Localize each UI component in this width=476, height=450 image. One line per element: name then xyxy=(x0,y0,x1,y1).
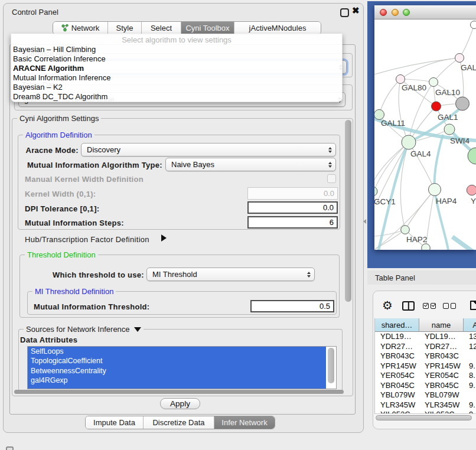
settings-vertical-scrollbar-thumb[interactable] xyxy=(345,120,351,302)
data-attribute-item[interactable]: TopologicalCoefficient xyxy=(28,356,326,366)
mi-type-combobox[interactable]: Naive Bayes xyxy=(165,158,336,171)
tab-impute-data[interactable]: Impute Data xyxy=(86,416,144,429)
data-attribute-item[interactable]: SelfLoops xyxy=(28,347,326,356)
network-edge[interactable] xyxy=(374,58,459,74)
hub-expand-arrow-icon[interactable] xyxy=(161,234,167,242)
table-row[interactable]: YER054CYER054C8. xyxy=(375,371,476,381)
network-node-swi4[interactable] xyxy=(444,124,455,135)
network-node[interactable] xyxy=(422,244,431,250)
control-panel-window: Control Panel ✖ Network Style Select Cyn… xyxy=(3,3,364,433)
mi-threshold-field[interactable]: 0.5 xyxy=(250,300,334,312)
sources-group-title: Sources for Network Inference xyxy=(24,325,144,334)
table-panel-title: Table Panel xyxy=(375,273,415,282)
manual-kernel-label: Manual Kernel Width Definition xyxy=(25,175,144,184)
data-attribute-item[interactable]: gal4RGexp xyxy=(28,376,326,385)
control-panel-tabs: Network Style Select Cyni Toolbox jActiv… xyxy=(53,21,321,35)
network-node[interactable] xyxy=(471,21,476,29)
table-row[interactable]: YDR27…YDR27…12 xyxy=(375,342,476,352)
tab-infer-network[interactable]: Infer Network xyxy=(214,416,275,429)
popup-item[interactable]: Bayesian – Hill Climbing xyxy=(13,45,96,54)
tab-network[interactable]: Network xyxy=(53,22,108,34)
mi-threshold-definition-title: MI Threshold Definition xyxy=(32,287,116,296)
kernel-width-field[interactable]: 0.0 xyxy=(247,187,338,200)
settings-horizontal-scrollbar-thumb[interactable] xyxy=(14,390,344,394)
tab-cyni-toolbox[interactable]: Cyni Toolbox xyxy=(181,22,234,34)
popup-item[interactable]: ARACNE Algorithm xyxy=(13,64,84,73)
columns-icon[interactable] xyxy=(402,301,415,311)
network-node-gal10[interactable] xyxy=(429,78,438,87)
popup-item[interactable]: Basic Correlation Inference xyxy=(13,54,106,63)
splitpane-collapse-arrow-icon[interactable] xyxy=(363,219,366,224)
float-icon[interactable] xyxy=(340,8,349,17)
network-edge-highlighted[interactable] xyxy=(452,237,476,250)
network-node-gal80[interactable] xyxy=(396,75,405,84)
network-edge[interactable] xyxy=(379,79,400,115)
mi-steps-field[interactable]: 6 xyxy=(247,216,338,229)
tab-jactivemnodules[interactable]: jActiveMNodules xyxy=(234,22,321,34)
table-row[interactable]: YLR345WYLR345W9. xyxy=(375,400,476,410)
popup-item[interactable]: Mutual Information Inference xyxy=(13,73,110,82)
network-node-label: SWI4 xyxy=(450,136,470,145)
network-node-label: GAL xyxy=(461,63,476,72)
close-icon[interactable]: ✖ xyxy=(352,5,360,16)
network-node[interactable] xyxy=(456,97,470,110)
data-attribute-item[interactable]: BetweennessCentrality xyxy=(28,366,326,376)
aracne-mode-combobox[interactable]: Discovery xyxy=(81,143,336,156)
network-node-gcy1[interactable] xyxy=(374,187,377,196)
data-attributes-list[interactable]: SelfLoopsTopologicalCoefficientBetweenne… xyxy=(27,346,337,389)
tab-style[interactable]: Style xyxy=(108,22,142,34)
network-node-gal[interactable] xyxy=(455,54,464,63)
list-scrollbar-thumb[interactable] xyxy=(328,348,334,383)
select-all-icon[interactable] xyxy=(423,303,436,309)
network-node-hap4[interactable] xyxy=(429,184,441,196)
deselect-all-icon[interactable] xyxy=(443,303,456,309)
cyni-bottom-tabs: Impute Data Discretize Data Infer Networ… xyxy=(85,416,275,429)
network-node-gal4[interactable] xyxy=(402,135,416,149)
dpi-tolerance-field[interactable]: 0.0 xyxy=(247,201,338,214)
algorithm-dropdown-popup: Select algorithm to view settings Bayesi… xyxy=(11,34,343,102)
table-cell: 12 xyxy=(464,342,476,352)
combo-arrows-icon xyxy=(328,162,332,168)
table-row[interactable]: YBL079WYBL079W xyxy=(375,390,476,400)
table-row[interactable]: YDL19…YDL19…13 xyxy=(375,332,476,342)
which-threshold-label: Which threshold to use: xyxy=(53,270,144,279)
hub-section-label[interactable]: Hub/Transcription Factor Definition xyxy=(25,235,149,244)
network-node-hap2[interactable] xyxy=(401,226,410,234)
zoom-button[interactable] xyxy=(403,9,410,16)
table-horizontal-scrollbar-thumb[interactable] xyxy=(376,415,472,420)
sources-collapse-arrow-icon[interactable] xyxy=(134,327,141,332)
network-edge[interactable] xyxy=(374,142,409,191)
network-edge[interactable] xyxy=(400,58,459,79)
table-horizontal-scrollbar[interactable] xyxy=(374,413,476,420)
table-cell: YBR043C xyxy=(419,351,464,361)
network-canvas[interactable]: GALGAL80GAL10GAL1SWI4GAL11GAL4GCY1HAP4YH… xyxy=(374,19,476,250)
manual-kernel-checkbox[interactable] xyxy=(327,174,336,183)
gear-icon[interactable]: ⚙ xyxy=(382,298,393,312)
network-view-window: GALGAL80GAL10GAL1SWI4GAL11GAL4GCY1HAP4YH… xyxy=(374,5,476,250)
settings-scroll-viewport: Algorithm Definition Aracne Mode: Discov… xyxy=(12,119,345,390)
network-node-y[interactable] xyxy=(467,185,476,195)
table-row[interactable]: YPR145WYPR145W9. xyxy=(375,361,476,371)
table-row[interactable]: YBR043CYBR043C xyxy=(375,351,476,361)
network-node-gal1[interactable] xyxy=(432,102,441,111)
tab-discretize-data[interactable]: Discretize Data xyxy=(144,416,214,429)
minimized-panel-icon[interactable] xyxy=(6,446,14,450)
close-button[interactable] xyxy=(380,9,387,16)
popup-item[interactable]: Bayesian – K2 xyxy=(13,83,63,92)
minimize-button[interactable] xyxy=(392,9,399,16)
column-header-shared-name[interactable]: shared… xyxy=(375,318,419,332)
document-icon[interactable] xyxy=(470,301,476,310)
which-threshold-combobox[interactable]: MI Threshold xyxy=(146,268,315,281)
apply-button[interactable]: Apply xyxy=(160,398,200,409)
network-node-gal11[interactable] xyxy=(374,110,384,120)
table-row[interactable]: YBR045CYBR045C9. xyxy=(375,381,476,391)
network-edge[interactable] xyxy=(459,25,474,58)
column-header-partial[interactable]: A xyxy=(464,318,476,332)
tab-select[interactable]: Select xyxy=(142,22,181,34)
network-edge[interactable] xyxy=(400,79,433,82)
table-cell: 8. xyxy=(464,371,476,381)
popup-item[interactable]: Dream8 DC_TDC Algorithm xyxy=(13,92,107,101)
data-attribute-item[interactable] xyxy=(28,385,326,389)
network-window-titlebar[interactable] xyxy=(374,5,476,19)
column-header-name[interactable]: name xyxy=(419,318,464,332)
